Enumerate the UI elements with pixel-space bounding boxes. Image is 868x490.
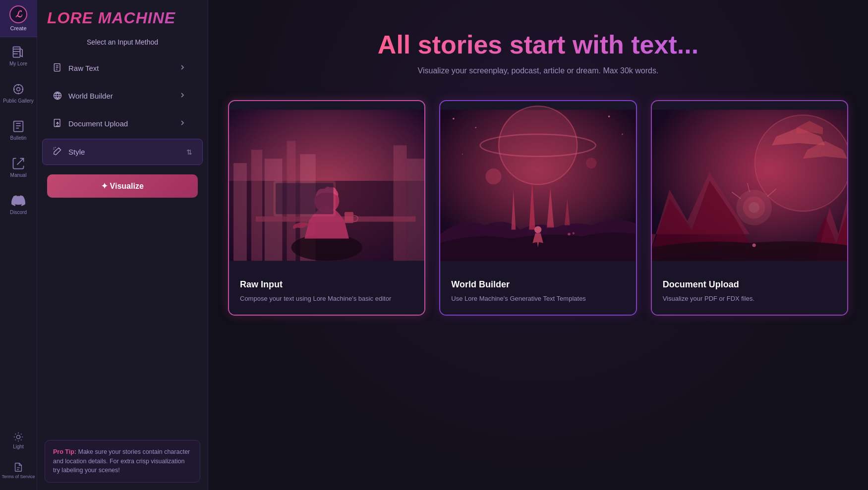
svg-point-28 <box>475 127 477 128</box>
discord-icon <box>11 194 25 208</box>
world-builder-chevron <box>178 91 192 101</box>
style-label: Style <box>68 148 186 156</box>
svg-rect-16 <box>406 159 424 261</box>
card-document-upload-title: Document Upload <box>663 279 836 290</box>
svg-point-30 <box>622 134 623 135</box>
visualize-button[interactable]: ✦ Visualize <box>47 174 198 198</box>
card-world-builder[interactable]: World Builder Use Lore Machine's Generat… <box>439 100 637 316</box>
svg-point-34 <box>568 233 571 235</box>
svg-point-33 <box>534 226 541 233</box>
sidebar-panel: Lore Machine Select an Input Method Raw … <box>37 0 208 490</box>
discord-label: Discord <box>10 210 27 215</box>
svg-point-2 <box>17 88 20 91</box>
nav-item-my-lore[interactable]: My Lore <box>0 37 37 74</box>
cards-row: Raw Input Compose your text using Lore M… <box>228 100 848 316</box>
svg-point-29 <box>608 115 610 117</box>
svg-rect-11 <box>251 150 262 261</box>
create-nav-item[interactable]: ℒ Create <box>0 0 37 37</box>
pro-tip-prefix: Pro Tip: <box>53 448 76 455</box>
gallery-icon <box>11 82 25 96</box>
wand-icon <box>53 146 62 158</box>
nav-item-bulletin[interactable]: Bulletin <box>0 111 37 149</box>
public-gallery-label: Public Gallery <box>3 98 34 104</box>
menu-item-document-upload[interactable]: Document Upload <box>42 111 203 136</box>
file-text-icon <box>53 63 62 73</box>
my-lore-label: My Lore <box>9 61 27 66</box>
terms-icon <box>13 462 24 473</box>
svg-point-31 <box>462 154 463 155</box>
raw-text-label: Raw Text <box>68 64 178 72</box>
raw-text-chevron <box>178 63 192 73</box>
bulletin-label: Bulletin <box>10 135 27 141</box>
nav-item-public-gallery[interactable]: Public Gallery <box>0 74 37 111</box>
card-document-upload-image <box>652 101 847 270</box>
world-builder-label: World Builder <box>68 92 178 100</box>
manual-icon <box>11 157 25 170</box>
card-raw-input-image <box>229 101 424 270</box>
manual-label: Manual <box>10 172 27 178</box>
svg-point-4 <box>16 435 20 438</box>
create-label: Create <box>10 25 26 31</box>
document-upload-chevron <box>178 119 192 128</box>
pro-tip-box: Pro Tip: Make sure your stories contain … <box>45 440 200 483</box>
app-logo-icon: ℒ <box>9 5 27 23</box>
hero-subtitle: Visualize your screenplay, podcast, arti… <box>418 66 659 75</box>
nav-item-terms[interactable]: Terms of Service <box>0 455 37 485</box>
svg-rect-20 <box>345 212 353 223</box>
card-world-builder-info: World Builder Use Lore Machine's Generat… <box>440 270 636 315</box>
nav-bottom-section: Light Terms of Service <box>0 426 37 485</box>
card-world-builder-desc: Use Lore Machine's Generative Text Templ… <box>451 294 625 304</box>
card-raw-input-info: Raw Input Compose your text using Lore M… <box>229 270 424 315</box>
card-raw-input[interactable]: Raw Input Compose your text using Lore M… <box>228 100 425 316</box>
style-selector[interactable]: Style ⇅ <box>42 139 203 165</box>
card-raw-input-title: Raw Input <box>240 279 413 290</box>
world-icon <box>53 91 62 101</box>
nav-item-light[interactable]: Light <box>0 426 37 455</box>
svg-point-44 <box>752 243 755 247</box>
card-world-builder-image <box>440 101 636 270</box>
svg-point-37 <box>586 158 597 168</box>
document-upload-label: Document Upload <box>68 119 178 128</box>
sun-icon <box>13 432 24 442</box>
card-document-upload[interactable]: Document Upload Visualize your PDF or FD… <box>651 100 848 316</box>
card-document-upload-desc: Visualize your PDF or FDX files. <box>663 294 836 304</box>
menu-item-raw-text[interactable]: Raw Text <box>42 55 203 80</box>
style-sort-icon: ⇅ <box>186 148 192 156</box>
svg-point-43 <box>749 202 759 213</box>
bulletin-icon <box>11 119 25 133</box>
card-world-builder-title: World Builder <box>451 279 625 290</box>
hero-title: All stories start with text... <box>378 30 698 59</box>
light-label: Light <box>13 444 24 449</box>
nav-item-discord[interactable]: Discord <box>0 186 37 223</box>
svg-rect-22 <box>276 183 334 215</box>
svg-point-35 <box>573 232 575 234</box>
svg-rect-10 <box>233 163 247 261</box>
input-method-title: Select an Input Method <box>37 32 208 54</box>
svg-point-1 <box>14 85 23 94</box>
svg-point-24 <box>498 106 578 185</box>
book-icon <box>11 45 25 59</box>
main-content: All stories start with text... Visualize… <box>208 0 868 490</box>
svg-point-36 <box>486 168 502 184</box>
svg-point-27 <box>453 118 455 120</box>
card-raw-input-desc: Compose your text using Lore Machine's b… <box>240 294 413 304</box>
app-title: Lore Machine <box>47 9 198 27</box>
sidebar-logo: Lore Machine <box>37 0 208 32</box>
left-navigation: ℒ Create My Lore Public Gallery Bulletin… <box>0 0 37 490</box>
card-document-upload-info: Document Upload Visualize your PDF or FD… <box>652 270 847 315</box>
upload-icon <box>53 118 62 128</box>
svg-rect-3 <box>14 121 23 132</box>
svg-rect-15 <box>394 145 407 261</box>
terms-label: Terms of Service <box>1 474 35 479</box>
svg-rect-0 <box>13 47 20 57</box>
nav-item-manual[interactable]: Manual <box>0 149 37 186</box>
menu-item-world-builder[interactable]: World Builder <box>42 83 203 108</box>
